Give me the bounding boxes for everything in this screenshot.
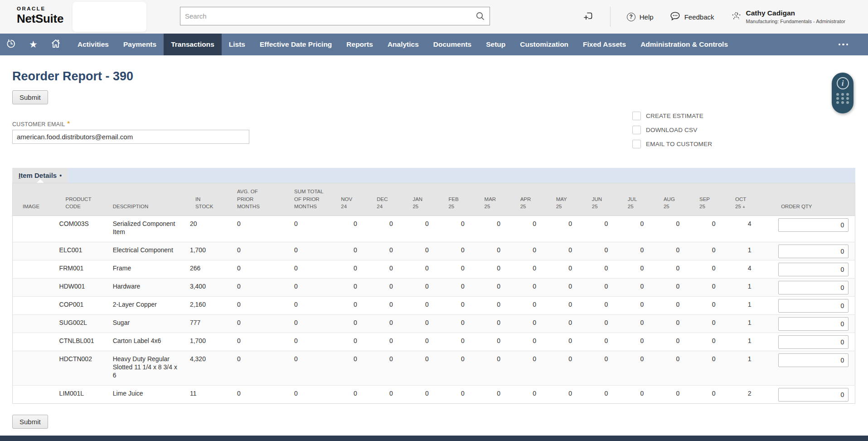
cell-month: 0 [445,315,480,333]
nav-item-documents[interactable]: Documents [426,34,479,55]
col-header-aug-25[interactable]: AUG25 [660,183,696,216]
col-header-jun-25[interactable]: JUN25 [588,183,624,216]
cell-in-stock: 777 [185,315,225,333]
checkbox-email-to-customer[interactable] [632,140,641,148]
sort-asc-icon: ▲ [741,205,746,209]
create-new-button[interactable] [583,11,594,23]
nav-item-analytics[interactable]: Analytics [380,34,426,55]
order-qty-input[interactable] [778,218,849,232]
nav-item-activities[interactable]: Activities [70,34,116,55]
checkbox-download-csv[interactable] [632,126,641,134]
cell-avg-prior-months: 0 [225,260,276,279]
cell-description: Frame [109,260,185,279]
cell-month: 0 [696,297,732,315]
col-header-apr-25[interactable]: APR25 [517,183,553,216]
submit-button-bottom[interactable]: Submit [12,415,48,429]
nav-item-payments[interactable]: Payments [116,34,164,55]
option-email-to-customer[interactable]: EMAIL TO CUSTOMER [632,140,712,148]
col-header-in-stock[interactable]: INSTOCK [185,183,225,216]
nav-item-transactions[interactable]: Transactions [164,34,222,55]
customer-email-input[interactable] [12,130,249,144]
cell-month: 0 [553,333,588,351]
help-label: Help [640,13,654,21]
home-button[interactable] [44,34,67,55]
user-role-menu[interactable]: Cathy Cadigan Manufacturing: Fundamental… [731,9,846,24]
col-header-feb-25[interactable]: FEB25 [445,183,480,216]
nav-item-lists[interactable]: Lists [222,34,252,55]
nav-item-customization[interactable]: Customization [513,34,576,55]
col-header-jan-25[interactable]: JAN25 [409,183,445,216]
cell-sum-prior-months: 0 [276,216,337,242]
col-header-oct-25[interactable]: OCT25 ▲ [732,183,767,216]
col-header-mar-25[interactable]: MAR25 [481,183,517,216]
order-qty-input[interactable] [778,299,849,313]
option-create-estimate[interactable]: CREATE ESTIMATE [632,112,712,120]
cell-month: 0 [696,386,732,404]
cell-sum-prior-months: 0 [276,297,337,315]
table-row: HDCTN002Heavy Duty Regular Slotted 11 1/… [13,351,855,386]
cell-month: 0 [517,333,553,351]
col-header-dec-24[interactable]: DEC24 [373,183,409,216]
cell-month: 0 [553,297,588,315]
col-header-image[interactable]: IMAGE [13,183,56,216]
feedback-label: Feedback [684,13,714,21]
cell-month: 0 [624,297,660,315]
cell-month: 0 [588,260,624,279]
cell-in-stock: 3,400 [185,279,225,297]
cell-month: 0 [660,242,696,260]
cell-month: 0 [553,242,588,260]
cell-month: 0 [409,351,445,386]
col-header-jul-25[interactable]: JUL25 [624,183,660,216]
cell-month: 0 [660,351,696,386]
order-qty-input[interactable] [778,353,849,367]
nav-item-effective-date-pricing[interactable]: Effective Date Pricing [252,34,339,55]
nav-item-setup[interactable]: Setup [479,34,513,55]
floating-help-widget[interactable]: i [832,73,853,113]
cell-product-code: LIM001L [56,386,109,404]
nav-more-button[interactable] [831,34,868,55]
cell-sum-prior-months: 0 [276,386,337,404]
cell-month: 0 [588,351,624,386]
cell-month: 0 [373,351,409,386]
cell-month: 0 [337,386,373,404]
cell-month: 0 [660,216,696,242]
page-title: Reorder Report - 390 [12,69,868,83]
order-qty-input[interactable] [778,263,849,276]
search-input[interactable] [180,7,490,25]
order-qty-input[interactable] [778,245,849,258]
order-qty-input[interactable] [778,388,849,402]
col-header-nov-24[interactable]: NOV24 [337,183,373,216]
recent-records-button[interactable] [0,34,22,55]
order-qty-input[interactable] [778,317,849,331]
cell-month: 0 [660,315,696,333]
feedback-button[interactable]: Feedback [670,11,714,22]
col-header-product-code[interactable]: PRODUCTCODE [56,183,109,216]
help-button[interactable]: ? Help [627,13,654,21]
nav-item-reports[interactable]: Reports [339,34,380,55]
shortcuts-button[interactable]: ★ [22,34,44,55]
cell-month: 0 [409,315,445,333]
order-qty-input[interactable] [778,281,849,294]
netsuite-logo[interactable]: ORACLE NetSuite [17,6,63,24]
col-header-may-25[interactable]: MAY25 [553,183,588,216]
col-header-sep-25[interactable]: SEP25 [696,183,732,216]
option-download-csv[interactable]: DOWNLOAD CSV [632,126,712,134]
col-header-avg-prior-months[interactable]: AVG. OFPRIORMONTHS [225,183,276,216]
checkbox-create-estimate[interactable] [632,112,641,120]
cell-month: 0 [660,279,696,297]
nav-item-fixed-assets[interactable]: Fixed Assets [576,34,633,55]
order-qty-input[interactable] [778,335,849,349]
header-actions: ? Help Feedback Cathy C [583,0,845,34]
col-header-description[interactable]: DESCRIPTION [109,183,185,216]
col-header-order-qty[interactable]: ORDER QTY [767,183,855,216]
submit-button-top[interactable]: Submit [12,90,48,104]
cell-month: 0 [660,297,696,315]
cell-month: 1 [732,279,767,297]
tab-item-details[interactable]: Item Details • [12,168,68,183]
cell-month: 0 [517,351,553,386]
nav-item-administration-controls[interactable]: Administration & Controls [633,34,735,55]
search-icon[interactable] [475,11,485,23]
cell-month: 0 [660,260,696,279]
col-header-sum-prior-months[interactable]: SUM TOTALOF PRIORMONTHS [276,183,337,216]
customer-email-label: CUSTOMER EMAIL* [12,120,868,127]
